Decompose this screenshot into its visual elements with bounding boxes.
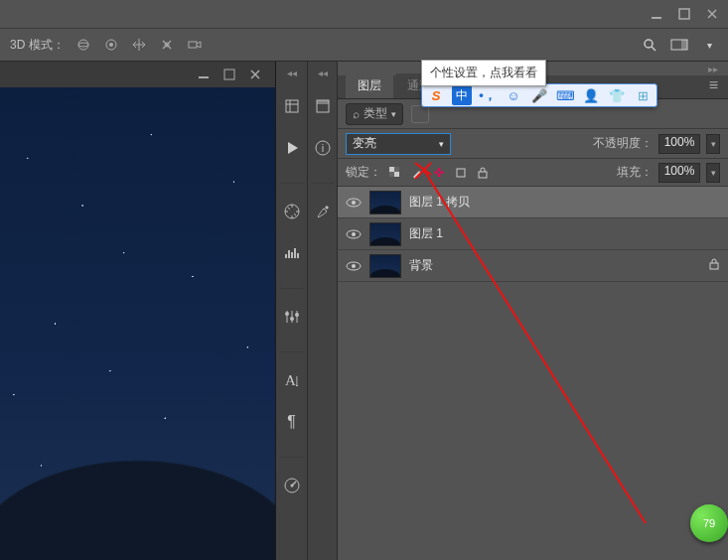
layer-row[interactable]: 背景	[338, 250, 728, 282]
ime-user-icon[interactable]: 👤	[581, 85, 601, 105]
layer-row[interactable]: 图层 1	[338, 218, 728, 250]
svg-point-3	[78, 43, 88, 47]
paragraph-icon[interactable]: ¶	[278, 408, 306, 436]
ime-toolbox-icon[interactable]: ⊞	[633, 85, 653, 105]
blend-mode-row: 变亮 ▾ 不透明度： 100% ▾	[338, 129, 728, 159]
svg-point-5	[109, 43, 113, 47]
character-icon[interactable]: A|	[278, 366, 306, 394]
3d-orbit-icon[interactable]	[74, 36, 92, 54]
expand-handle-icon[interactable]: ◂◂	[287, 68, 297, 78]
svg-rect-13	[286, 100, 298, 112]
floating-badge[interactable]: 79	[690, 504, 728, 542]
info-icon[interactable]: i	[309, 134, 337, 162]
svg-rect-24	[389, 167, 394, 172]
doc-close-button[interactable]	[247, 67, 263, 82]
chevron-down-icon[interactable]: ▾	[700, 36, 718, 54]
workspace-icon[interactable]	[670, 36, 688, 54]
collapsed-panel-col-1[interactable]: ◂◂ A| ¶	[276, 62, 308, 560]
svg-point-33	[352, 232, 356, 236]
search-icon[interactable]	[641, 36, 658, 54]
ime-skin-icon[interactable]: 👕	[607, 85, 627, 105]
panel-menu-icon[interactable]: ≡	[699, 72, 728, 98]
svg-point-16	[290, 317, 294, 321]
collapsed-panel-col-2[interactable]: ◂◂ i	[308, 62, 338, 560]
layer-name[interactable]: 图层 1 拷贝	[409, 194, 470, 210]
svg-point-19	[290, 485, 293, 488]
history-icon[interactable]	[278, 92, 306, 120]
ime-zhong-icon[interactable]: 中	[452, 85, 472, 105]
svg-rect-27	[389, 172, 394, 177]
svg-point-31	[352, 201, 356, 205]
layer-thumbnail[interactable]	[369, 222, 401, 246]
measure-icon[interactable]	[278, 472, 306, 499]
histogram-icon[interactable]	[278, 239, 306, 267]
ime-keyboard-icon[interactable]: ⌨	[555, 85, 575, 105]
filter-pixel-icon[interactable]	[411, 105, 429, 123]
lock-position-icon[interactable]: ✜	[431, 165, 447, 181]
layer-name[interactable]: 图层 1	[409, 225, 443, 242]
close-button[interactable]	[704, 6, 720, 22]
ime-toolbar[interactable]: S 中 •， ☺ 🎤 ⌨ 👤 👕 ⊞	[421, 83, 657, 107]
layer-row[interactable]: 图层 1 拷贝	[338, 187, 728, 218]
badge-text: 79	[703, 517, 715, 529]
opacity-stepper[interactable]: ▾	[706, 134, 720, 154]
lock-brush-icon[interactable]	[409, 165, 425, 181]
svg-rect-29	[479, 172, 487, 178]
svg-point-8	[645, 40, 653, 48]
tab-layers[interactable]: 图层	[346, 73, 393, 98]
lock-transparent-icon[interactable]	[387, 165, 403, 181]
svg-rect-0	[652, 17, 661, 19]
blend-mode-select[interactable]: 变亮 ▾	[346, 133, 451, 155]
ime-punct-icon[interactable]: •，	[478, 85, 498, 105]
brush-icon[interactable]	[309, 198, 337, 225]
search-icon: ⌕	[353, 107, 360, 121]
svg-point-2	[78, 40, 88, 50]
opacity-input[interactable]: 100%	[658, 134, 700, 154]
compass-icon[interactable]	[278, 198, 306, 225]
document-titlebar	[0, 62, 275, 87]
layer-name[interactable]: 背景	[409, 257, 433, 274]
ime-tooltip[interactable]: 个性设置，点我看看	[421, 60, 546, 86]
play-icon[interactable]	[278, 134, 306, 162]
sogou-logo-icon[interactable]: S	[426, 85, 446, 105]
maximize-button[interactable]	[676, 6, 692, 22]
3d-camera-icon[interactable]	[186, 36, 204, 54]
layer-thumbnail[interactable]	[369, 254, 401, 278]
lock-row: 锁定： ✜ 填充： 100% ▾	[338, 159, 728, 187]
lock-all-icon[interactable]	[475, 165, 491, 181]
svg-rect-1	[679, 9, 689, 19]
layer-thumbnail[interactable]	[369, 191, 401, 214]
svg-rect-36	[710, 263, 718, 269]
visibility-toggle-icon[interactable]	[346, 226, 362, 242]
canvas[interactable]	[0, 87, 275, 560]
fill-stepper[interactable]: ▾	[706, 163, 720, 183]
adjustments-icon[interactable]	[278, 303, 306, 331]
filter-type-select[interactable]: ⌕ 类型 ▾	[346, 103, 403, 125]
doc-maximize-button[interactable]	[221, 67, 237, 82]
chevron-down-icon: ▾	[439, 139, 444, 149]
svg-rect-25	[394, 172, 399, 177]
window-titlebar	[0, 0, 728, 28]
3d-roll-icon[interactable]	[102, 36, 120, 54]
3d-slide-icon[interactable]	[158, 36, 176, 54]
visibility-toggle-icon[interactable]	[346, 258, 362, 274]
lock-label: 锁定：	[346, 164, 381, 181]
svg-text:i: i	[321, 142, 323, 154]
3d-pan-icon[interactable]	[130, 36, 148, 54]
svg-rect-7	[189, 42, 197, 48]
visibility-toggle-icon[interactable]	[346, 195, 362, 210]
svg-point-35	[352, 264, 356, 268]
doc-minimize-button[interactable]	[196, 67, 212, 82]
svg-rect-12	[224, 70, 234, 79]
ime-voice-icon[interactable]: 🎤	[529, 85, 549, 105]
properties-icon[interactable]	[309, 92, 337, 120]
fill-input[interactable]: 100%	[658, 163, 700, 183]
3d-mode-label: 3D 模式：	[10, 37, 65, 54]
svg-rect-21	[317, 100, 329, 104]
expand-handle-icon[interactable]: ◂◂	[318, 68, 328, 78]
ime-emoji-icon[interactable]: ☺	[504, 85, 523, 105]
lock-artboard-icon[interactable]	[453, 165, 469, 181]
minimize-button[interactable]	[649, 6, 664, 22]
options-bar: 3D 模式： ▾	[0, 28, 728, 62]
svg-point-17	[295, 313, 299, 317]
